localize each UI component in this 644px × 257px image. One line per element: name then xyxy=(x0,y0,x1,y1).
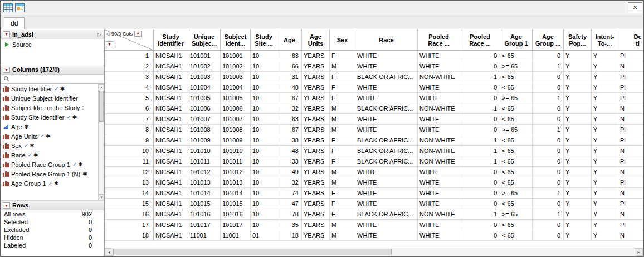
cell[interactable]: YEARS xyxy=(302,114,330,125)
cell[interactable]: YEARS xyxy=(302,146,330,156)
scroll-right-button[interactable]: ▸ xyxy=(635,248,643,256)
column-header[interactable]: Safety Pop... xyxy=(564,29,592,50)
cell[interactable]: WHITE xyxy=(355,167,418,177)
cell[interactable]: YEARS xyxy=(302,72,330,82)
column-header[interactable]: Subject Ident... xyxy=(221,29,251,50)
cell[interactable]: 101016 xyxy=(188,209,221,220)
cell[interactable]: YEARS xyxy=(302,82,330,93)
cell[interactable]: WHITE xyxy=(418,51,460,61)
cell[interactable]: BLACK OR AFRIC... xyxy=(355,209,418,220)
cell[interactable]: Y xyxy=(564,199,592,209)
cell[interactable]: WHITE xyxy=(355,61,418,72)
cell[interactable]: YEARS xyxy=(302,103,330,114)
cell[interactable]: 0 xyxy=(533,146,564,156)
cell[interactable]: YEARS xyxy=(302,230,330,241)
cell[interactable]: WHITE xyxy=(418,177,460,188)
cell[interactable]: WHITE xyxy=(418,230,460,241)
cell[interactable]: F xyxy=(330,188,355,199)
cell[interactable]: 18 xyxy=(277,230,302,241)
column-list-item[interactable]: Subject Ide...or the Study: xyxy=(1,103,98,112)
cell[interactable]: 101008 xyxy=(221,125,251,135)
cell[interactable]: F xyxy=(330,209,355,220)
cell[interactable]: Y xyxy=(592,61,618,72)
cell[interactable]: N xyxy=(618,167,643,177)
cell[interactable]: NON-WHITE xyxy=(418,72,460,82)
cell[interactable]: Y xyxy=(592,167,618,177)
column-list-item[interactable]: Study Site Identifier✓✱ xyxy=(1,112,98,122)
row-number[interactable]: 13 xyxy=(105,177,154,188)
cell[interactable]: 101004 xyxy=(221,82,251,93)
column-header[interactable]: Age Group 1 xyxy=(500,29,533,50)
cell[interactable]: NICSAH1 xyxy=(154,220,188,230)
cell[interactable]: Y xyxy=(564,188,592,199)
cell[interactable]: WHITE xyxy=(355,93,418,103)
cell[interactable]: Pl xyxy=(618,125,643,135)
cell[interactable]: WHITE xyxy=(418,167,460,177)
cell[interactable]: Y xyxy=(564,72,592,82)
cell[interactable]: F xyxy=(330,72,355,82)
row-number[interactable]: 15 xyxy=(105,199,154,209)
cell[interactable]: 10 xyxy=(251,125,277,135)
cell[interactable]: YEARS xyxy=(302,61,330,72)
cell[interactable]: Y xyxy=(564,125,592,135)
cell[interactable]: 0 xyxy=(533,114,564,125)
cell[interactable]: Pl xyxy=(618,135,643,146)
panel-expand-arrow-icon[interactable]: ▷ xyxy=(97,32,103,37)
cell[interactable]: Y xyxy=(564,220,592,230)
cell[interactable]: F xyxy=(330,82,355,93)
cell[interactable]: Pl xyxy=(618,82,643,93)
cell[interactable]: 0 xyxy=(533,51,564,61)
columns-panel-red-triangle[interactable]: ▼ xyxy=(3,67,10,73)
cell[interactable]: Y xyxy=(592,177,618,188)
cell[interactable]: 31 xyxy=(277,72,302,82)
cell[interactable]: < 65 xyxy=(500,51,533,61)
cell[interactable]: 101002 xyxy=(188,61,221,72)
cell[interactable]: 10 xyxy=(251,188,277,199)
cell[interactable]: BLACK OR AFRIC... xyxy=(355,146,418,156)
scroll-up-button[interactable]: ▲ xyxy=(99,84,104,90)
cell[interactable]: N xyxy=(618,61,643,72)
row-number[interactable]: 6 xyxy=(105,103,154,114)
cell[interactable]: Y xyxy=(592,51,618,61)
row-number[interactable]: 3 xyxy=(105,72,154,82)
cell[interactable]: NICSAH1 xyxy=(154,188,188,199)
row-number[interactable]: 16 xyxy=(105,209,154,220)
source-script-item[interactable]: Source xyxy=(1,39,104,50)
cell[interactable]: N xyxy=(618,114,643,125)
cell[interactable]: F xyxy=(330,199,355,209)
cell[interactable]: 101011 xyxy=(188,156,221,167)
cell[interactable]: 10 xyxy=(251,51,277,61)
cell[interactable]: 101011 xyxy=(221,156,251,167)
cell[interactable]: Pl xyxy=(618,199,643,209)
cell[interactable]: 1 xyxy=(533,209,564,220)
column-header[interactable]: Pooled Race ... xyxy=(460,29,500,50)
cell[interactable]: 10 xyxy=(251,220,277,230)
cell[interactable]: Pl xyxy=(618,51,643,61)
cell[interactable]: 101007 xyxy=(188,114,221,125)
cell[interactable]: 1 xyxy=(460,146,500,156)
row-number[interactable]: 4 xyxy=(105,82,154,93)
cell[interactable]: Y xyxy=(592,93,618,103)
row-number[interactable]: 5 xyxy=(105,93,154,103)
cell[interactable]: WHITE xyxy=(418,61,460,72)
cell[interactable]: NICSAH1 xyxy=(154,167,188,177)
cell[interactable]: 1 xyxy=(533,125,564,135)
cell[interactable]: 10 xyxy=(251,61,277,72)
cell[interactable]: 101002 xyxy=(221,61,251,72)
column-header[interactable]: Study Site ... xyxy=(251,29,277,50)
cell[interactable]: 78 xyxy=(277,209,302,220)
cell[interactable]: 10 xyxy=(251,72,277,82)
rows-stat-row[interactable]: Selected0 xyxy=(1,218,104,226)
cell[interactable]: 0 xyxy=(533,177,564,188)
v-scroll-track[interactable] xyxy=(99,122,104,194)
cell[interactable]: 10 xyxy=(251,146,277,156)
column-list-item[interactable]: Pooled Race Group 1✓✱ xyxy=(1,160,98,169)
cell[interactable]: WHITE xyxy=(355,51,418,61)
cell[interactable]: 10 xyxy=(251,135,277,146)
cell[interactable]: >= 65 xyxy=(500,209,533,220)
cell[interactable]: < 65 xyxy=(500,114,533,125)
cell[interactable]: 0 xyxy=(460,82,500,93)
cell[interactable]: 35 xyxy=(277,220,302,230)
cell[interactable]: 1 xyxy=(460,156,500,167)
cell[interactable]: 101012 xyxy=(188,167,221,177)
